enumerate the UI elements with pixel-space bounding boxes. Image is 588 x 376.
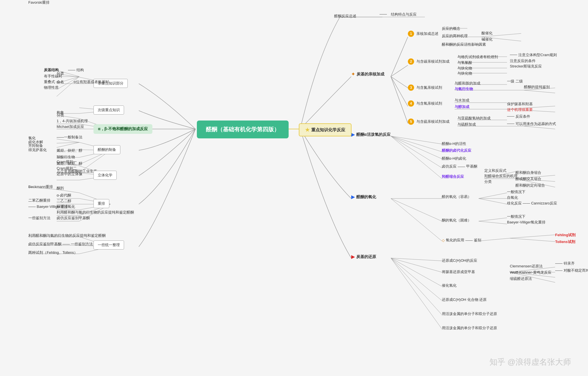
preparation: 醛酮的制备 [93, 145, 120, 154]
stereochemistry: 立体化学 [93, 171, 117, 180]
svg-line-34 [391, 198, 442, 221]
svg-line-23 [391, 136, 442, 144]
svg-line-49 [391, 258, 442, 329]
svg-line-39 [479, 218, 507, 221]
svg-line-44 [391, 258, 442, 261]
alpha-h-header: ▶ 醛酮α活泼氢的反应 [351, 132, 391, 137]
watermark: 知乎 @浪得虚名张大师 [489, 357, 571, 367]
star-label: 重点知识化学反应 [311, 127, 345, 133]
svg-line-46 [391, 258, 442, 286]
svg-line-45 [391, 258, 442, 272]
svg-line-14 [524, 90, 555, 93]
center-label: 醛酮（基础有机化学第四版） [206, 126, 280, 132]
star-node: ★ 重点知识化学反应 [299, 123, 351, 136]
reduction-header: ▶ 炭基的还原 [351, 254, 376, 259]
alpha-beta-node: α，β-不饱和醛酮的加成反应 [93, 124, 152, 134]
general-summary: 一些统一整理 [93, 240, 124, 250]
center-node: 醛酮（基础有机化学第四版） [197, 121, 289, 138]
svg-line-79 [57, 142, 79, 147]
svg-line-26 [391, 136, 442, 168]
rearrangement: 重排 [93, 199, 109, 208]
nucleophilic-addition-header: ✦ 炭基的亲核加成 [351, 71, 384, 77]
svg-line-38 [479, 198, 507, 204]
svg-line-27 [391, 136, 442, 179]
svg-line-41 [479, 238, 510, 241]
svg-line-42 [510, 235, 555, 238]
svg-line-78 [57, 142, 79, 143]
svg-line-47 [391, 258, 442, 301]
svg-line-24 [391, 136, 442, 152]
aldehyde-reaction-overview: 醛酮反应总述 [334, 14, 356, 19]
svg-line-40 [479, 221, 507, 224]
svg-line-22 [524, 126, 555, 129]
svg-line-35 [391, 198, 442, 241]
svg-line-36 [479, 193, 507, 198]
secondary-key: 次级重点知识 [93, 105, 124, 115]
oxidation-header: ▶ 醛酮的氧化 [351, 194, 376, 200]
svg-line-43 [510, 238, 555, 242]
svg-line-25 [391, 136, 442, 159]
star-icon: ★ [305, 127, 310, 133]
svg-line-48 [391, 258, 442, 315]
